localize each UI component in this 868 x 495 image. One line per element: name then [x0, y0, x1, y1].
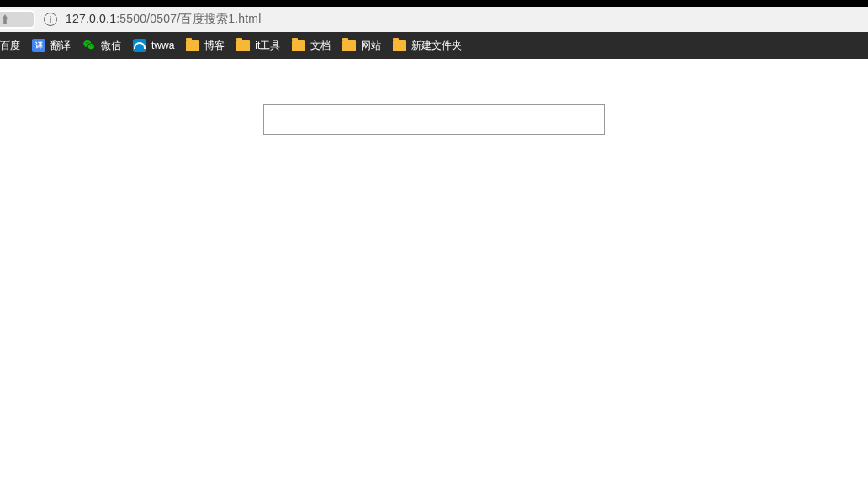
bookmark-docs[interactable]: 文档 [292, 39, 331, 53]
address-bar: i 127.0.0.1:5500/0507/百度搜索1.html [0, 7, 868, 32]
url-display[interactable]: 127.0.0.1:5500/0507/百度搜索1.html [66, 12, 261, 27]
bookmark-sites[interactable]: 网站 [342, 39, 381, 53]
bookmark-blog[interactable]: 博客 [186, 39, 225, 53]
url-host: 127.0.0.1 [66, 12, 116, 25]
wechat-icon [82, 39, 96, 52]
bookmark-ittools[interactable]: it工具 [236, 39, 280, 53]
info-glyph: i [50, 15, 52, 24]
bookmark-label: 百度 [0, 39, 20, 53]
folder-icon [186, 40, 199, 51]
site-info-icon[interactable]: i [44, 13, 57, 26]
bookmark-label: 新建文件夹 [411, 39, 462, 53]
bookmark-wechat[interactable]: 微信 [82, 39, 121, 53]
bookmark-label: 翻译 [50, 39, 71, 53]
bookmark-newfolder[interactable]: 新建文件夹 [393, 39, 462, 53]
extension-button-icon[interactable] [0, 10, 35, 29]
folder-icon [393, 40, 406, 51]
bookmark-label: 文档 [310, 39, 331, 53]
bookmark-label: 博客 [204, 39, 225, 53]
folder-icon [236, 40, 250, 51]
bookmark-label: twwa [151, 40, 174, 51]
folder-icon [342, 40, 356, 51]
bookmarks-bar: 百度 译 翻译 微信 twwa 博客 it工具 文档 网站 新建文件夹 [0, 32, 868, 59]
bookmark-label: it工具 [255, 39, 280, 53]
bookmark-translate[interactable]: 译 翻译 [32, 39, 71, 53]
bookmark-label: 网站 [361, 39, 381, 53]
bookmark-baidu[interactable]: 百度 [0, 39, 20, 53]
tab-strip [0, 0, 868, 7]
translate-icon: 译 [32, 39, 45, 52]
url-path: :5500/0507/百度搜索1.html [116, 12, 261, 25]
folder-icon [292, 40, 305, 51]
page-content [0, 59, 868, 135]
twwa-icon [133, 39, 146, 52]
search-input[interactable] [263, 104, 605, 135]
bookmark-label: 微信 [101, 39, 121, 53]
bookmark-twwa[interactable]: twwa [133, 39, 174, 52]
